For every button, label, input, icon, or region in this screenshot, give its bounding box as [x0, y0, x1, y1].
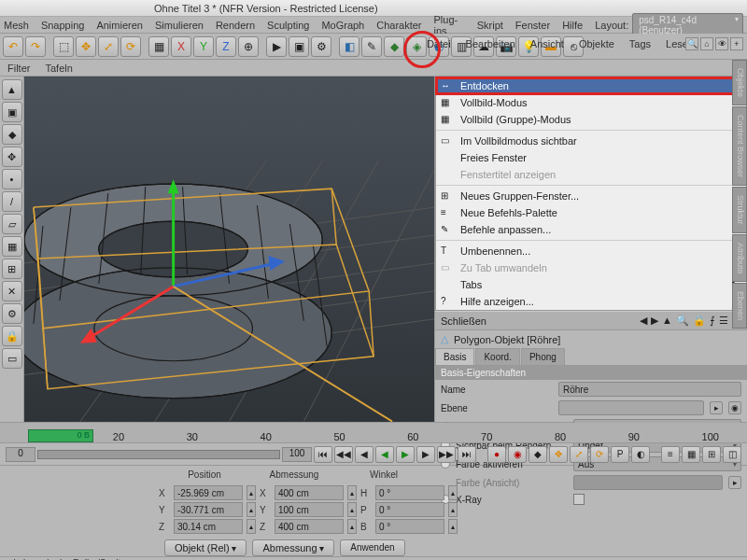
lock-icon[interactable]: 🔒: [693, 315, 706, 327]
ctx-neues-gruppen-fenster-[interactable]: ⊞Neues Gruppen-Fenster...: [436, 188, 746, 204]
pos-field[interactable]: -30.771 cm: [174, 502, 243, 517]
generator-2[interactable]: ◈: [406, 36, 427, 57]
key-scale[interactable]: ⤢: [570, 446, 588, 463]
dock-tab-content[interactable]: Content Browser: [732, 106, 747, 186]
ang-field[interactable]: 0 °: [375, 502, 444, 517]
timeline-marker[interactable]: 0 B: [28, 429, 93, 442]
home-icon[interactable]: ⌂: [700, 37, 713, 50]
axis-y[interactable]: Y: [193, 36, 214, 57]
color-picker-icon[interactable]: ▸: [728, 476, 741, 489]
stepper[interactable]: ▴: [347, 519, 357, 534]
ctx-im-vollbildmodus-sichtbar[interactable]: ▭Im Vollbildmodus sichtbar: [436, 133, 746, 149]
frame-start[interactable]: 0: [6, 447, 35, 462]
pos-field[interactable]: -25.969 cm: [174, 485, 243, 500]
dock-tab-layers[interactable]: Ebenen: [732, 283, 747, 329]
layer-more-icon[interactable]: ▸: [710, 401, 723, 414]
panel-menu-tags[interactable]: Tags: [629, 38, 651, 49]
func-icon[interactable]: ⨍: [710, 315, 715, 327]
search-icon[interactable]: 🔍: [676, 315, 689, 327]
layer-pick-icon[interactable]: ◉: [728, 401, 741, 414]
axis-x[interactable]: X: [171, 36, 191, 57]
render-view[interactable]: ▶: [266, 36, 287, 57]
menu-render[interactable]: Rendern: [216, 20, 255, 31]
dim-field[interactable]: 100 cm: [275, 502, 344, 517]
ctx-freies-fenster[interactable]: Freies Fenster: [436, 149, 746, 166]
perspective-viewport[interactable]: [24, 77, 434, 422]
stepper[interactable]: ▴: [448, 502, 458, 517]
vp-menu-filter[interactable]: Filter: [7, 63, 30, 74]
pos-field[interactable]: 30.14 cm: [174, 519, 243, 534]
vp-menu-panels[interactable]: Tafeln: [45, 63, 72, 74]
ctx-tabs[interactable]: Tabs▶: [436, 276, 746, 293]
ang-field[interactable]: 0 °: [375, 519, 444, 534]
tab-basis[interactable]: Basis: [435, 348, 474, 365]
play-forward[interactable]: ▶: [396, 446, 415, 463]
play-backward[interactable]: ◀: [375, 446, 394, 463]
apply-button[interactable]: Anwenden: [340, 539, 404, 556]
panel-menu-view[interactable]: Ansicht: [530, 38, 564, 49]
select-tool[interactable]: ⬚: [53, 36, 74, 57]
menu-mograph[interactable]: MoGraph: [321, 20, 364, 31]
menu-script[interactable]: Skript: [477, 20, 503, 31]
tab-phong[interactable]: Phong: [521, 348, 565, 365]
undo-button[interactable]: ↶: [3, 36, 23, 57]
ang-field[interactable]: 0 °: [375, 485, 444, 500]
tab-coord[interactable]: Koord.: [475, 348, 519, 365]
ctx-entdocken[interactable]: ↔Entdocken: [436, 77, 746, 94]
render-pv[interactable]: ▣: [289, 36, 309, 57]
ctx-vollbild-modus[interactable]: ▦Vollbild-Modus: [436, 94, 746, 111]
stepper[interactable]: ▴: [448, 485, 458, 500]
panel-menu-edit[interactable]: Bearbeiten: [466, 38, 515, 49]
primitive-pen[interactable]: ✎: [361, 36, 382, 57]
menu-mesh[interactable]: Mesh: [4, 20, 29, 31]
scale-tool[interactable]: ⤢: [98, 36, 119, 57]
next-frame[interactable]: ▶: [416, 446, 435, 463]
new-icon[interactable]: ☰: [719, 315, 728, 327]
tool-recent[interactable]: ▦: [148, 36, 169, 57]
dock-tab-attribute[interactable]: Attribute: [732, 234, 747, 283]
goto-prev-key[interactable]: ◀◀: [334, 446, 353, 463]
close-item[interactable]: Schließen: [441, 315, 486, 327]
stepper[interactable]: ▴: [247, 502, 256, 517]
stepper[interactable]: ▴: [347, 502, 357, 517]
dim-field[interactable]: 400 cm: [275, 519, 344, 534]
object-item[interactable]: △ Polygon-Objekt [Röhre]: [435, 330, 747, 348]
menu-help[interactable]: Hilfe: [562, 20, 583, 31]
render-settings[interactable]: ⚙: [311, 36, 331, 57]
tl-opt-3[interactable]: ⊞: [702, 446, 721, 463]
goto-start[interactable]: ⏮: [314, 446, 332, 463]
generator-1[interactable]: ◆: [384, 36, 404, 57]
tl-opt-2[interactable]: ▦: [682, 446, 700, 463]
name-field[interactable]: Röhre: [558, 382, 741, 397]
ctx-befehle-anpassen-[interactable]: ✎Befehle anpassen...: [436, 221, 746, 238]
plus-icon[interactable]: +: [730, 37, 743, 50]
snap-settings[interactable]: ⚙: [2, 303, 22, 324]
record-key[interactable]: ●: [487, 446, 506, 463]
redo-button[interactable]: ↷: [25, 36, 46, 57]
make-editable[interactable]: ▲: [2, 79, 22, 100]
key-pla[interactable]: ◐: [631, 446, 650, 463]
xray-checkbox[interactable]: [573, 494, 585, 505]
keyframe-sel[interactable]: ◆: [529, 446, 547, 463]
stepper[interactable]: ▴: [448, 519, 458, 534]
timeline-ruler[interactable]: 0 B 102030405060708090100: [0, 423, 747, 443]
axis-z[interactable]: Z: [216, 36, 236, 57]
ctx-hilfe-anzeigen-[interactable]: ?Hilfe anzeigen...: [436, 293, 746, 310]
frame-end[interactable]: 100: [282, 447, 312, 462]
ctx-neue-befehls-palette[interactable]: ≡Neue Befehls-Palette: [436, 204, 746, 221]
timeline-scrub[interactable]: [37, 450, 280, 459]
menu-window[interactable]: Fenster: [515, 20, 550, 31]
menu-animate[interactable]: Animieren: [96, 20, 143, 31]
axis-mode[interactable]: ✥: [2, 147, 22, 167]
move-tool[interactable]: ✥: [76, 36, 96, 57]
texture-mode[interactable]: ▦: [2, 236, 22, 257]
coord-system[interactable]: ⊕: [238, 36, 259, 57]
eye-icon[interactable]: 👁: [715, 37, 728, 50]
search-icon[interactable]: 🔍: [685, 37, 698, 50]
ctx-vollbild-gruppe-modus[interactable]: ▦Vollbild (Gruppe)-Modus: [436, 111, 746, 128]
menu-plugins[interactable]: Plug-ins: [434, 14, 465, 36]
poly-mode[interactable]: ▱: [2, 214, 22, 234]
menu-snapping[interactable]: Snapping: [41, 20, 85, 31]
stepper[interactable]: ▴: [347, 485, 357, 500]
dim-field[interactable]: 400 cm: [275, 485, 344, 500]
